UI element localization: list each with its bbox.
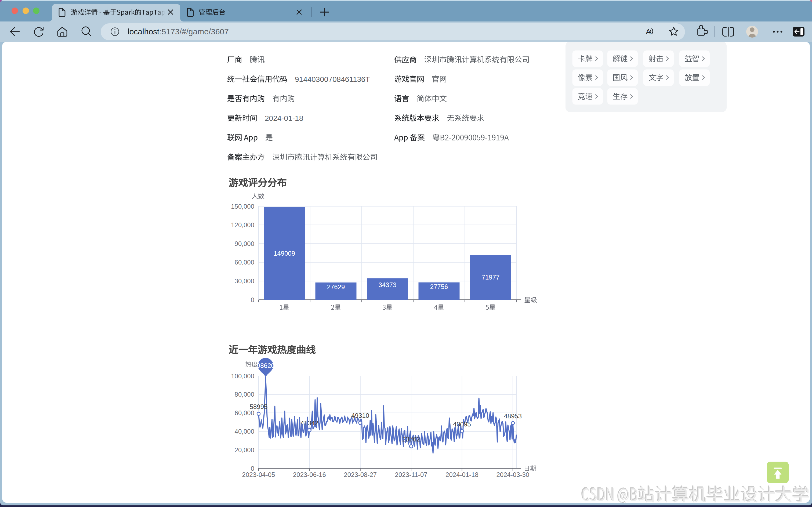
svg-text:2024-01-18: 2024-01-18 xyxy=(265,114,303,122)
svg-text:27756: 27756 xyxy=(430,283,448,290)
svg-text:localhost:5173/#/game/3607: localhost:5173/#/game/3607 xyxy=(127,27,229,36)
svg-text:30,000: 30,000 xyxy=(235,277,254,285)
svg-text:2024-03-30: 2024-03-30 xyxy=(496,471,529,478)
svg-text:120,000: 120,000 xyxy=(231,221,254,229)
svg-text:2023-11-07: 2023-11-07 xyxy=(395,471,427,478)
svg-text:149009: 149009 xyxy=(274,250,295,257)
svg-text:41342: 41342 xyxy=(300,419,318,427)
svg-text:49310: 49310 xyxy=(351,412,369,419)
svg-text:2024-01-18: 2024-01-18 xyxy=(446,471,478,478)
svg-text:60,000: 60,000 xyxy=(235,259,254,266)
svg-text:91440300708461136T: 91440300708461136T xyxy=(295,75,370,83)
svg-text:58995: 58995 xyxy=(250,403,268,410)
svg-text:40,000: 40,000 xyxy=(235,428,254,435)
svg-text:90,000: 90,000 xyxy=(235,240,254,247)
svg-text:98620: 98620 xyxy=(257,362,275,369)
svg-text:100,000: 100,000 xyxy=(231,373,254,380)
svg-text:2023-06-16: 2023-06-16 xyxy=(293,471,326,478)
svg-text:150,000: 150,000 xyxy=(231,203,254,210)
svg-text:48953: 48953 xyxy=(504,412,522,420)
svg-text:27629: 27629 xyxy=(327,283,345,291)
svg-text:40095: 40095 xyxy=(453,420,471,428)
svg-text:20,000: 20,000 xyxy=(235,446,254,454)
svg-text:80,000: 80,000 xyxy=(235,391,254,398)
svg-text:0: 0 xyxy=(251,296,254,303)
svg-text:2023-08-27: 2023-08-27 xyxy=(344,471,377,478)
svg-text:2023-04-05: 2023-04-05 xyxy=(242,471,275,478)
svg-text:71977: 71977 xyxy=(482,274,500,281)
svg-text:34373: 34373 xyxy=(379,281,397,288)
svg-text:60,000: 60,000 xyxy=(235,409,254,416)
svg-text:A: A xyxy=(646,27,651,36)
svg-text:23762: 23762 xyxy=(402,436,420,443)
